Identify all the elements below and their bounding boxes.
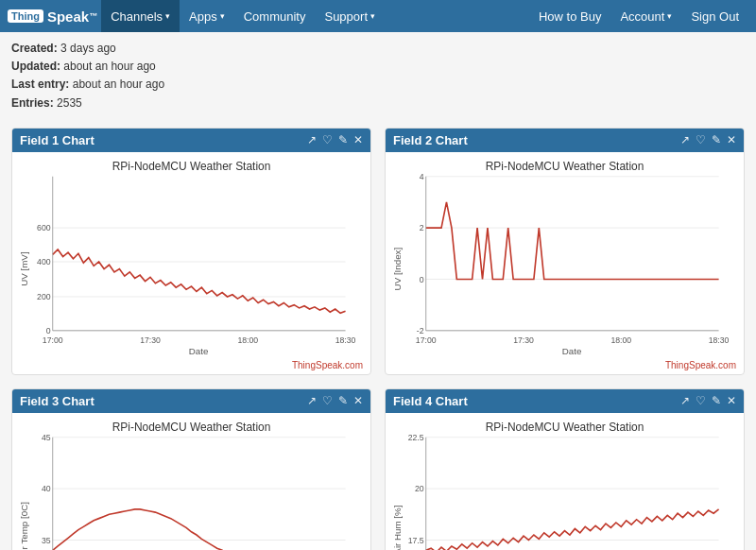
- svg-text:RPi-NodeMCU Weather Station: RPi-NodeMCU Weather Station: [486, 160, 644, 173]
- nav-channels[interactable]: Channels ▾: [101, 0, 180, 32]
- chart-field4-close-icon[interactable]: ✕: [727, 394, 736, 407]
- svg-text:4: 4: [420, 172, 424, 181]
- chart-field1-title: Field 1 Chart: [20, 133, 94, 147]
- chart-field1-comment-icon[interactable]: ♡: [322, 133, 333, 146]
- svg-text:UV [Index]: UV [Index]: [392, 247, 403, 290]
- svg-text:Air Hum [%]: Air Hum [%]: [392, 505, 403, 550]
- chart-field1-edit-icon[interactable]: ✎: [338, 133, 348, 146]
- svg-text:RPi-NodeMCU Weather Station: RPi-NodeMCU Weather Station: [486, 421, 644, 434]
- svg-text:20: 20: [415, 484, 424, 493]
- svg-text:17.5: 17.5: [408, 535, 424, 544]
- account-caret: ▾: [667, 11, 672, 21]
- navbar: Thing Speak ™ Channels ▾ Apps ▾ Communit…: [0, 0, 756, 32]
- svg-text:18:00: 18:00: [237, 335, 258, 345]
- chart-field3-external-icon[interactable]: ↗: [307, 394, 317, 407]
- chart-field1-svg: RPi-NodeMCU Weather Station UV [mV] 0 20…: [16, 156, 367, 356]
- brand-icon: Thing: [8, 9, 43, 23]
- nav-signout[interactable]: Sign Out: [681, 0, 748, 32]
- svg-text:2: 2: [420, 223, 424, 232]
- svg-text:-2: -2: [417, 326, 424, 335]
- chart-field3: Field 3 Chart ↗ ♡ ✎ ✕ RPi-NodeMCU Weathe…: [11, 388, 371, 550]
- info-lastentry: Last entry: about an hour ago: [11, 76, 745, 94]
- chart-field1-body: RPi-NodeMCU Weather Station UV [mV] 0 20…: [12, 152, 370, 360]
- nav-howto[interactable]: How to Buy: [529, 0, 610, 32]
- brand-tm: ™: [89, 11, 97, 21]
- svg-text:17:30: 17:30: [140, 335, 161, 345]
- svg-text:17:00: 17:00: [43, 335, 63, 345]
- chart-field3-comment-icon[interactable]: ♡: [322, 394, 333, 407]
- chart-field3-close-icon[interactable]: ✕: [353, 394, 363, 407]
- chart-field3-icons: ↗ ♡ ✎ ✕: [307, 394, 363, 407]
- chart-field4-comment-icon[interactable]: ♡: [696, 394, 706, 407]
- channels-caret: ▾: [165, 11, 170, 21]
- chart-field1-credit: ThingSpeak.com: [12, 360, 370, 374]
- chart-field2-icons: ↗ ♡ ✎ ✕: [680, 133, 736, 146]
- svg-text:RPi-NodeMCU Weather Station: RPi-NodeMCU Weather Station: [112, 421, 271, 434]
- chart-field2-credit: ThingSpeak.com: [386, 360, 744, 374]
- info-entries: Entries: 2535: [11, 95, 745, 112]
- svg-text:18:30: 18:30: [335, 335, 356, 345]
- chart-field2-body: RPi-NodeMCU Weather Station UV [Index] -…: [386, 152, 744, 360]
- svg-text:Air Temp [0C]: Air Temp [0C]: [19, 502, 29, 550]
- svg-text:0: 0: [420, 274, 424, 284]
- chart-field4-external-icon[interactable]: ↗: [680, 394, 690, 407]
- chart-field3-edit-icon[interactable]: ✎: [338, 394, 348, 407]
- svg-text:45: 45: [42, 433, 51, 442]
- info-updated: Updated: about an hour ago: [11, 58, 745, 76]
- svg-text:40: 40: [42, 484, 51, 493]
- apps-caret: ▾: [220, 11, 225, 21]
- svg-text:17:00: 17:00: [416, 335, 437, 345]
- chart-field2-header: Field 2 Chart ↗ ♡ ✎ ✕: [386, 129, 744, 152]
- chart-field2-external-icon[interactable]: ↗: [680, 133, 690, 146]
- svg-text:17:30: 17:30: [513, 335, 534, 345]
- chart-field2: Field 2 Chart ↗ ♡ ✎ ✕ RPi-NodeMCU Weathe…: [385, 128, 745, 375]
- nav-support[interactable]: Support ▾: [315, 0, 385, 32]
- chart-field3-title: Field 3 Chart: [20, 394, 94, 408]
- chart-field2-close-icon[interactable]: ✕: [727, 133, 736, 146]
- chart-field2-title: Field 2 Chart: [393, 133, 468, 147]
- chart-field4-svg: RPi-NodeMCU Weather Station Air Hum [%] …: [389, 417, 740, 550]
- chart-field1-icons: ↗ ♡ ✎ ✕: [307, 133, 363, 146]
- svg-text:0: 0: [46, 326, 51, 335]
- chart-field4-title: Field 4 Chart: [393, 394, 468, 408]
- svg-text:Date: Date: [189, 346, 209, 356]
- chart-field2-svg: RPi-NodeMCU Weather Station UV [Index] -…: [389, 156, 740, 356]
- channel-info: Created: 3 days ago Updated: about an ho…: [0, 32, 756, 120]
- svg-text:18:00: 18:00: [610, 335, 631, 345]
- chart-field1-header: Field 1 Chart ↗ ♡ ✎ ✕: [12, 129, 370, 152]
- chart-field4-body: RPi-NodeMCU Weather Station Air Hum [%] …: [386, 413, 744, 550]
- svg-text:22.5: 22.5: [408, 433, 424, 442]
- chart-field1-close-icon[interactable]: ✕: [353, 133, 363, 146]
- chart-field3-header: Field 3 Chart ↗ ♡ ✎ ✕: [12, 389, 370, 413]
- svg-text:RPi-NodeMCU Weather Station: RPi-NodeMCU Weather Station: [112, 160, 271, 173]
- svg-text:35: 35: [42, 535, 51, 544]
- svg-text:18:30: 18:30: [709, 335, 730, 345]
- nav-right: How to Buy Account ▾ Sign Out: [529, 0, 748, 32]
- support-caret: ▾: [370, 11, 375, 21]
- svg-text:Date: Date: [562, 346, 582, 356]
- nav-community[interactable]: Community: [234, 0, 316, 32]
- nav-account[interactable]: Account ▾: [610, 0, 681, 32]
- chart-field4: Field 4 Chart ↗ ♡ ✎ ✕ RPi-NodeMCU Weathe…: [385, 388, 745, 550]
- chart-field2-comment-icon[interactable]: ♡: [696, 133, 706, 146]
- chart-field4-icons: ↗ ♡ ✎ ✕: [680, 394, 736, 407]
- chart-field1-external-icon[interactable]: ↗: [307, 133, 317, 146]
- info-created: Created: 3 days ago: [11, 40, 745, 58]
- brand-name: Speak: [47, 9, 89, 25]
- chart-field4-header: Field 4 Chart ↗ ♡ ✎ ✕: [386, 389, 744, 413]
- svg-text:UV [mV]: UV [mV]: [19, 251, 29, 286]
- svg-text:400: 400: [37, 257, 51, 266]
- svg-text:600: 600: [37, 223, 51, 232]
- nav-apps[interactable]: Apps ▾: [180, 0, 234, 32]
- charts-grid: Field 1 Chart ↗ ♡ ✎ ✕ RPi-NodeMCU Weathe…: [0, 120, 756, 550]
- brand-logo[interactable]: Thing Speak ™: [8, 9, 97, 25]
- chart-field4-edit-icon[interactable]: ✎: [712, 394, 721, 407]
- svg-text:200: 200: [37, 292, 51, 301]
- chart-field3-svg: RPi-NodeMCU Weather Station Air Temp [0C…: [16, 417, 367, 550]
- chart-field3-body: RPi-NodeMCU Weather Station Air Temp [0C…: [12, 413, 370, 550]
- chart-field1: Field 1 Chart ↗ ♡ ✎ ✕ RPi-NodeMCU Weathe…: [11, 128, 371, 375]
- chart-field2-edit-icon[interactable]: ✎: [712, 133, 721, 146]
